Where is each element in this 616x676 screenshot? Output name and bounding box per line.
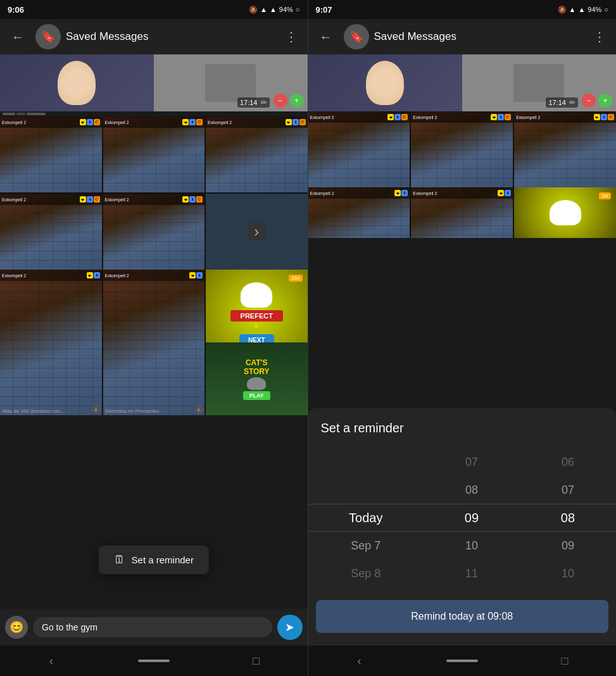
remind-confirm-button[interactable]: Remind today at 09:08 xyxy=(316,600,609,633)
emoji-icon: 😊 xyxy=(9,620,23,634)
date-item-empty-1 xyxy=(308,448,424,476)
game-header-4: Exkompell 2 ❤ ⏸ ⏱ xyxy=(0,194,102,205)
input-bar-left: 😊 ➤ xyxy=(0,609,308,646)
video-thumb-right[interactable]: − + 17:14 ✏ xyxy=(308,54,617,111)
cats-story-label: STORY xyxy=(244,367,270,376)
r4-icon-1: ❤ xyxy=(394,190,401,196)
hour-item-09[interactable]: 09 xyxy=(424,504,520,532)
r4-icon-2: ⏸ xyxy=(401,190,408,196)
plus-button-right[interactable]: + xyxy=(598,94,612,108)
info-icon-2: i xyxy=(194,405,203,414)
right-content: − + 17:14 ✏ Exkompell 2 ❤ ⏸ ⏱ xyxy=(308,54,617,646)
game-header-bot-1: Exkompell 2 ❤ ⏸ xyxy=(0,270,102,281)
right-game-header-4: Exkompell 2 ❤ ⏸ xyxy=(308,187,410,199)
hour-item-07[interactable]: 07 xyxy=(424,448,520,476)
doll-image xyxy=(58,61,96,105)
hour-item-11[interactable]: 11 xyxy=(424,560,520,587)
content-area-left: − + 17:14 ✏ Exkompell 2 ❤ ⏸ xyxy=(0,54,308,609)
game-icon-2-pause: ⏸ xyxy=(189,119,196,125)
remind-confirm-label: Remind today at 09:08 xyxy=(411,611,513,622)
r-icon-2: ⏸ xyxy=(394,114,401,120)
minus-button[interactable]: − xyxy=(273,94,287,108)
nav-bar-left: ‹ □ xyxy=(0,646,308,676)
avatar-left: 🔖 xyxy=(35,24,61,49)
square-nav-left[interactable]: □ xyxy=(241,651,272,670)
cats-title: CAT'S xyxy=(246,358,268,367)
game-header-3: Exkompell 2 ❤ ⏸ ⏱ xyxy=(206,116,308,128)
r2-icon-3: ⏱ xyxy=(505,114,511,120)
r-prefect-cat xyxy=(550,200,581,225)
game-icon-2-health: ❤ xyxy=(182,119,189,125)
date-item-today[interactable]: Today xyxy=(308,504,424,532)
status-icons-left: 🔕 ▲ ▲ 94% ○ xyxy=(249,6,299,14)
r2-icon-2: ⏸ xyxy=(498,114,504,120)
more-button-right[interactable]: ⋮ xyxy=(588,24,611,49)
game-cell-bottom-2: Exkompell 2 ❤ ⏸ Dominios en Promoción i xyxy=(103,270,205,415)
min-item-09[interactable]: 09 xyxy=(520,532,616,560)
back-button-right[interactable]: ← xyxy=(313,24,339,49)
title-right: Saved Messages xyxy=(374,30,584,43)
minus-button-right[interactable]: − xyxy=(582,94,596,108)
right-game-header-1: Exkompell 2 ❤ ⏸ ⏱ xyxy=(308,111,410,123)
message-input[interactable] xyxy=(33,617,272,637)
min-item-10[interactable]: 10 xyxy=(520,560,616,587)
right-panel: 9:07 🔕 ▲ ▲ 94% ○ ← 🔖 Saved Messages ⋮ xyxy=(308,0,617,676)
game-header-1: Exkompell 2 ❤ ⏸ ⏱ xyxy=(0,116,102,128)
title-left: Saved Messages xyxy=(66,30,275,43)
r2-icon-1: ❤ xyxy=(491,114,497,120)
pencil-icon-right: ✏ xyxy=(569,98,575,107)
right-game-header-2: Exkompell 2 ❤ ⏸ ⏱ xyxy=(411,111,513,123)
game-grid-1-left: Exkompell 2 ❤ ⏸ ⏱ Exkompell 2 ❤ ⏸ ⏱ xyxy=(0,116,308,270)
game-label-2: Exkompell 2 xyxy=(105,120,129,125)
r-score-badge: 2M xyxy=(599,192,611,199)
date-item-sep8[interactable]: Sep 8 xyxy=(308,560,424,587)
game-cell-4: Exkompell 2 ❤ ⏸ ⏱ xyxy=(0,194,102,270)
back-button-left[interactable]: ← xyxy=(5,24,30,49)
min-item-08[interactable]: 08 xyxy=(520,504,616,532)
plus-button[interactable]: + xyxy=(290,94,304,108)
set-reminder-label[interactable]: Set a reminder xyxy=(132,554,194,565)
back-nav-right[interactable]: ‹ xyxy=(344,651,375,670)
r-icon-1: ❤ xyxy=(387,114,394,120)
play-button[interactable]: PLAY xyxy=(243,391,270,400)
right-game-cell-2: Exkompell 2 ❤ ⏸ ⏱ xyxy=(411,111,513,187)
game-icon-3-health: ❤ xyxy=(286,119,292,125)
home-nav-right[interactable] xyxy=(446,660,478,662)
video-left-half xyxy=(0,54,154,111)
hour-item-10[interactable]: 10 xyxy=(424,532,520,560)
game-icon-4-time: ⏱ xyxy=(94,196,100,203)
min-item-07[interactable]: 07 xyxy=(520,476,616,504)
wifi-icon-right: ▲ xyxy=(569,6,576,13)
send-icon: ➤ xyxy=(285,620,294,634)
right-game-grid-2: Exkompell 2 ❤ ⏸ Exkompell 2 ❤ ⏸ xyxy=(308,187,617,238)
square-nav-right[interactable]: □ xyxy=(549,651,581,670)
home-nav-left[interactable] xyxy=(138,660,170,662)
send-button[interactable]: ➤ xyxy=(277,615,303,640)
game-icon-3-time: ⏱ xyxy=(299,119,306,125)
game-icon-pause: ⏸ xyxy=(87,119,93,125)
hour-item-08[interactable]: 08 xyxy=(424,476,520,504)
game-cell-3: Exkompell 2 ❤ ⏸ ⏱ xyxy=(206,116,308,192)
game-icon-5-time: ⏱ xyxy=(196,196,203,203)
emoji-button[interactable]: 😊 xyxy=(5,616,28,639)
game-icon-b1-p: ⏸ xyxy=(94,272,100,279)
back-nav-left[interactable]: ‹ xyxy=(35,651,67,670)
game-label-1: Exkompell 2 xyxy=(2,120,26,125)
minute-column: 06 07 08 09 10 xyxy=(520,448,616,587)
more-button-left[interactable]: ⋮ xyxy=(280,24,303,49)
video-thumb-left[interactable]: − + 17:14 ✏ xyxy=(0,54,308,111)
video-timestamp: 17:14 ✏ xyxy=(237,97,270,108)
game-label-3: Exkompell 2 xyxy=(208,120,232,125)
right-prefect-partial: 2M xyxy=(514,187,616,238)
game-cell-6: › xyxy=(206,194,308,270)
time-picker: Today Sep 7 Sep 8 07 08 09 10 11 06 07 0… xyxy=(308,442,617,594)
game-icon-b2-p: ⏸ xyxy=(196,272,203,279)
status-bar-right: 9:07 🔕 ▲ ▲ 94% ○ xyxy=(308,0,617,19)
prefect-ad-cell: 294 PREFECT ♛ NEXT CAT'S STORY PLAY xyxy=(206,270,308,415)
min-item-06[interactable]: 06 xyxy=(520,448,616,476)
date-item-sep7[interactable]: Sep 7 xyxy=(308,532,424,560)
notification-icon-right: 🔕 xyxy=(558,6,567,14)
status-icons-right: 🔕 ▲ ▲ 94% ○ xyxy=(558,6,608,14)
prefect-cat xyxy=(241,282,272,308)
game-icon-b1-h: ❤ xyxy=(87,272,93,279)
